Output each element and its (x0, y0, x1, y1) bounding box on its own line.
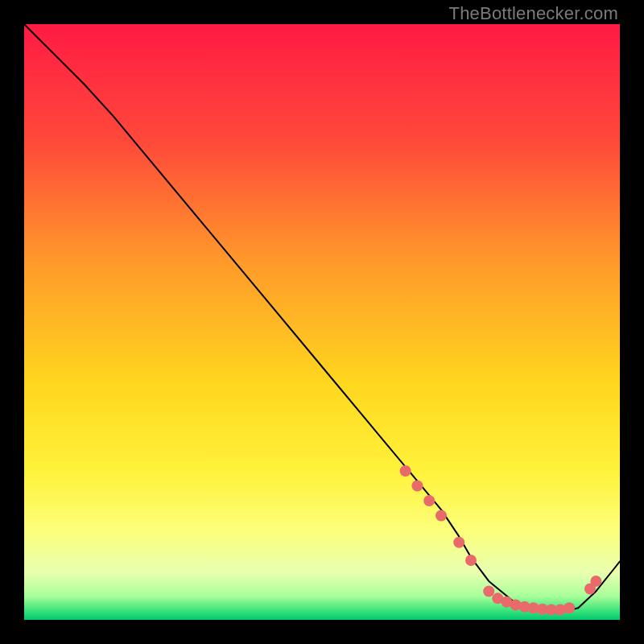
highlight-dot (590, 576, 601, 587)
highlight-dot (483, 585, 494, 597)
highlight-dot (564, 602, 575, 613)
highlight-dot (423, 495, 435, 506)
watermark-text: TheBottlenecker.com (449, 3, 618, 24)
highlight-dot (436, 510, 447, 522)
highlight-dot (411, 481, 423, 492)
chart-frame (24, 24, 620, 620)
highlight-dot (465, 555, 477, 566)
chart-background (24, 24, 620, 620)
bottleneck-chart (24, 24, 620, 620)
highlight-dot (400, 465, 411, 477)
highlight-dot (453, 537, 464, 548)
